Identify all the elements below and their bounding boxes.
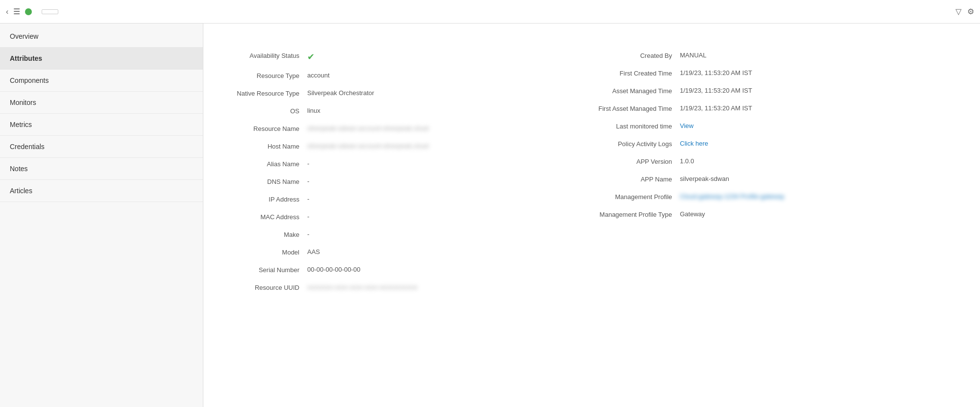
info-value: - <box>307 177 592 186</box>
info-label: APP Name <box>592 175 680 184</box>
info-label: Serial Number <box>219 265 307 275</box>
info-value: linux <box>307 106 592 115</box>
info-value[interactable]: Cloud-gateway-1234 Profile-gateway <box>680 192 965 201</box>
info-label: Availability Status <box>219 51 307 60</box>
info-value: account <box>307 71 592 80</box>
info-label: DNS Name <box>219 177 307 186</box>
left-column: Availability Status✔Resource Typeaccount… <box>219 47 592 297</box>
info-value: MANUAL <box>680 51 965 60</box>
status-indicator <box>25 8 32 15</box>
info-label: OS <box>219 106 307 116</box>
info-label: Asset Managed Time <box>592 86 680 96</box>
info-row: Make- <box>219 226 592 244</box>
info-label: Created By <box>592 51 680 60</box>
sidebar-item-credentials[interactable]: Credentials <box>0 136 203 158</box>
right-column: Created ByMANUALFirst Created Time1/19/2… <box>592 47 965 297</box>
info-value: Gateway <box>680 210 965 219</box>
info-value: silverpeak-sdwan <box>680 175 965 183</box>
hamburger-icon[interactable]: ☰ <box>13 7 20 16</box>
info-value: - <box>307 230 592 239</box>
info-label: APP Version <box>592 157 680 166</box>
info-label: Policy Activity Logs <box>592 139 680 149</box>
content-area: Availability Status✔Resource Typeaccount… <box>203 24 980 407</box>
info-value: - <box>307 159 592 168</box>
info-value[interactable]: Click here <box>680 139 965 148</box>
info-label: First Asset Managed Time <box>592 104 680 113</box>
info-row: First Created Time1/19/23, 11:53:20 AM I… <box>592 65 965 82</box>
info-label: Last monitored time <box>592 122 680 131</box>
info-row: Created ByMANUAL <box>592 47 965 65</box>
info-label: Management Profile <box>592 192 680 202</box>
info-row: Management ProfileCloud-gateway-1234 Pro… <box>592 188 965 206</box>
info-label: Resource Type <box>219 71 307 80</box>
info-row: IP Address- <box>219 191 592 208</box>
info-row: DNS Name- <box>219 173 592 191</box>
info-label: Resource UUID <box>219 283 307 292</box>
info-row: Last monitored timeView <box>592 118 965 135</box>
settings-icon[interactable]: ⚙ <box>967 7 974 16</box>
info-row: Serial Number00-00-00-00-00-00 <box>219 261 592 279</box>
info-row: OSlinux <box>219 102 592 120</box>
top-bar: ‹ ☰ ▽ ⚙ <box>0 0 980 24</box>
sidebar-item-articles[interactable]: Articles <box>0 180 203 202</box>
info-value: 1.0.0 <box>680 157 965 166</box>
info-label: Alias Name <box>219 159 307 169</box>
top-bar-right: ▽ ⚙ <box>956 7 974 16</box>
sidebar: OverviewAttributesComponentsMonitorsMetr… <box>0 24 203 407</box>
info-label: Host Name <box>219 142 307 151</box>
info-label: Make <box>219 230 307 239</box>
info-row: First Asset Managed Time1/19/23, 11:53:2… <box>592 100 965 118</box>
info-value: 1/19/23, 11:53:20 AM IST <box>680 69 965 77</box>
info-label: First Created Time <box>592 69 680 78</box>
main-layout: OverviewAttributesComponentsMonitorsMetr… <box>0 24 980 407</box>
back-button[interactable] <box>42 9 58 14</box>
info-row: Native Resource TypeSilverpeak Orchestra… <box>219 85 592 102</box>
info-row: APP Namesilverpeak-sdwan <box>592 171 965 188</box>
info-row: MAC Address- <box>219 208 592 226</box>
sidebar-item-monitors[interactable]: Monitors <box>0 92 203 114</box>
info-row: Resource Typeaccount <box>219 67 592 85</box>
info-value: silverpeak-sdwan-account-silverpeak.clou… <box>307 124 592 133</box>
info-value: 00-00-00-00-00-00 <box>307 265 592 274</box>
info-value: 1/19/23, 11:53:20 AM IST <box>680 86 965 95</box>
info-label: Management Profile Type <box>592 210 680 219</box>
info-label: MAC Address <box>219 212 307 222</box>
info-row: Resource UUIDxxxxxxxx-xxxx-xxxx-xxxx-xxx… <box>219 279 592 297</box>
info-value: - <box>307 195 592 204</box>
sidebar-item-overview[interactable]: Overview <box>0 25 203 48</box>
sidebar-item-notes[interactable]: Notes <box>0 158 203 180</box>
info-value: xxxxxxxx-xxxx-xxxx-xxxx-xxxxxxxxxxxx <box>307 283 592 292</box>
info-value: ✔ <box>307 51 592 63</box>
info-value: AAS <box>307 248 592 256</box>
info-row: Resource Namesilverpeak-sdwan-account-si… <box>219 120 592 138</box>
info-label: Model <box>219 248 307 257</box>
info-row: APP Version1.0.0 <box>592 153 965 171</box>
info-label: Native Resource Type <box>219 89 307 98</box>
info-label: Resource Name <box>219 124 307 133</box>
info-value: Silverpeak Orchestrator <box>307 89 592 98</box>
info-row: ModelAAS <box>219 244 592 261</box>
info-value[interactable]: View <box>680 122 965 130</box>
sidebar-item-attributes[interactable]: Attributes <box>0 48 203 70</box>
info-row: Host Namesilverpeak-sdwan-account-silver… <box>219 138 592 155</box>
info-row: Policy Activity LogsClick here <box>592 135 965 153</box>
info-row: Management Profile TypeGateway <box>592 206 965 224</box>
info-grid: Availability Status✔Resource Typeaccount… <box>219 47 964 297</box>
back-chevron-button[interactable]: ‹ <box>6 7 8 16</box>
filter-icon[interactable]: ▽ <box>956 7 961 16</box>
info-value: - <box>307 212 592 221</box>
sidebar-item-components[interactable]: Components <box>0 70 203 92</box>
info-label: IP Address <box>219 195 307 204</box>
info-row: Asset Managed Time1/19/23, 11:53:20 AM I… <box>592 82 965 100</box>
top-bar-left: ‹ ☰ <box>6 7 950 16</box>
info-value: 1/19/23, 11:53:20 AM IST <box>680 104 965 113</box>
sidebar-item-metrics[interactable]: Metrics <box>0 114 203 136</box>
info-row: Alias Name- <box>219 155 592 173</box>
info-row: Availability Status✔ <box>219 47 592 67</box>
info-value: silverpeak-sdwan-account-silverpeak.clou… <box>307 142 592 151</box>
